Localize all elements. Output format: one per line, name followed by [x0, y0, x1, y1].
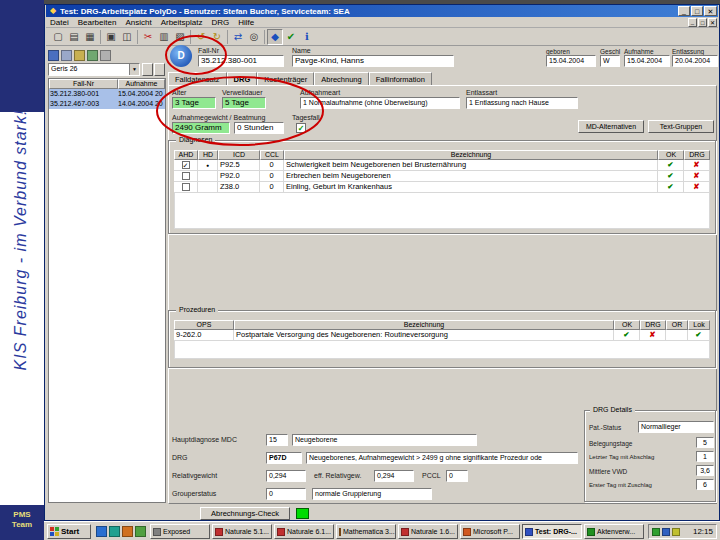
belegungstage-field[interactable]: 5 [696, 437, 714, 448]
info-icon[interactable]: ℹ [299, 29, 315, 45]
tagesfall-checkbox[interactable]: ✓ [296, 123, 306, 133]
abrechnungs-check-button[interactable]: Abrechnungs-Check [200, 507, 290, 520]
menu-hilfe[interactable]: Hilfe [238, 18, 254, 27]
diagnosen-col-drg[interactable]: DRG [684, 150, 710, 160]
tab-drg[interactable]: DRG [227, 72, 258, 86]
chevron-down-icon[interactable]: ▼ [129, 64, 139, 75]
tray-icon-1[interactable] [652, 528, 660, 536]
mdc-text-field[interactable]: Neugeborene [292, 434, 477, 446]
case-list-row[interactable]: 35.212.380-001 15.04.2004 20 [49, 89, 165, 99]
patient-icon[interactable]: D [170, 45, 192, 67]
grouperstatus-code-field[interactable]: 0 [266, 488, 306, 500]
verweildauer-field[interactable]: 5 Tage [222, 97, 266, 109]
quicklaunch-icon-4[interactable] [135, 526, 146, 537]
geschl-field[interactable]: W [600, 55, 620, 67]
close-button[interactable]: ✕ [704, 6, 717, 16]
prozeduren-col-bezeichnung[interactable]: Bezeichnung [234, 320, 614, 330]
tab-abrechnung[interactable]: Abrechnung [314, 72, 368, 86]
aufnahme-field[interactable]: 15.04.2004 [624, 55, 670, 67]
nav-tool-icon-4[interactable] [87, 50, 98, 61]
diagnosen-col-ccl[interactable]: CCL [260, 150, 284, 160]
print-icon[interactable]: ▣ [103, 29, 119, 45]
geboren-field[interactable]: 15.04.2004 [546, 55, 596, 67]
taskbar-item[interactable]: Naturale 1.6... [398, 524, 458, 539]
tab-fallinformation[interactable]: Fallinformation [369, 72, 432, 86]
md-alternativen-button[interactable]: MD-Alternativen [578, 120, 644, 133]
mdi-minimize-button[interactable]: _ [688, 18, 697, 27]
quicklaunch-icon-2[interactable] [109, 526, 120, 537]
case-list-row[interactable]: 35.212.467-003 14.04.2004 20 [49, 99, 165, 109]
tray-icon-3[interactable] [672, 528, 680, 536]
search-icon[interactable]: ◎ [246, 29, 262, 45]
case-nav-button-1[interactable] [142, 63, 153, 76]
diagnosen-col-hd[interactable]: HD [198, 150, 218, 160]
mdc-code-field[interactable]: 15 [266, 434, 288, 446]
case-list-col-fallnr[interactable]: Fall-Nr [49, 79, 118, 89]
diagnosen-col-bezeichnung[interactable]: Bezeichnung [284, 150, 658, 160]
name-field[interactable]: Pavge-Kind, Hanns [292, 55, 454, 67]
zuschlag-field[interactable]: 6 [696, 479, 714, 490]
new-icon[interactable]: ▢ [50, 29, 66, 45]
tab-kostentraeger[interactable]: Kostenträger [257, 72, 314, 86]
taskbar-item[interactable]: Mathematica 3... [336, 524, 396, 539]
diagnosen-col-ok[interactable]: OK [658, 150, 684, 160]
diagnosen-col-ahd[interactable]: AHD [174, 150, 198, 160]
menu-ansicht[interactable]: Ansicht [125, 18, 151, 27]
diagnose-row[interactable]: Z38.0 0 Einling, Geburt im Krankenhaus ✔… [174, 182, 710, 193]
gewicht-field[interactable]: 2490 Gramm [172, 122, 230, 134]
case-nav-button-2[interactable] [154, 63, 165, 76]
diagnose-row[interactable]: P92.0 0 Erbrechen beim Neugeborenen ✔ ✘ [174, 171, 710, 182]
maximize-button[interactable]: □ [691, 6, 703, 16]
taskbar-item[interactable]: Naturale 6.1... [274, 524, 334, 539]
prozeduren-col-lok[interactable]: Lok [688, 320, 710, 330]
diagnosen-col-icd[interactable]: ICD [218, 150, 260, 160]
grouperstatus-text-field[interactable]: normale Gruppierung [312, 488, 432, 500]
menu-bearbeiten[interactable]: Bearbeiten [78, 18, 117, 27]
undo-icon[interactable]: ↺ [193, 29, 209, 45]
diagnose-row[interactable]: ✓ ● P92.5 0 Schwierigkeit beim Neugebore… [174, 160, 710, 171]
taskbar-item[interactable]: Aktenverw... [584, 524, 644, 539]
eff-relativgewicht-field[interactable]: 0,294 [374, 470, 414, 482]
minimize-button[interactable]: _ [678, 6, 690, 16]
aufnahmeart-field[interactable]: 1 Normalaufnahme (ohne Überweisung) [300, 97, 460, 109]
ward-combobox[interactable]: Geris 26 ▼ [48, 63, 140, 76]
grouper-icon[interactable]: ◆ [267, 29, 283, 45]
text-gruppen-button[interactable]: Text-Gruppen [648, 120, 714, 133]
taskbar-item-active[interactable]: Test: DRG-... [522, 524, 582, 539]
nav-tool-icon-2[interactable] [61, 50, 72, 61]
entlassart-field[interactable]: 1 Entlassung nach Hause [466, 97, 578, 109]
start-button[interactable]: Start [47, 524, 91, 539]
print-preview-icon[interactable]: ◫ [119, 29, 135, 45]
prozedur-row[interactable]: 9-262.0 Postpartale Versorgung des Neuge… [174, 330, 710, 341]
cut-icon[interactable]: ✂ [140, 29, 156, 45]
check-tool-icon[interactable]: ✔ [283, 29, 299, 45]
case-list-col-aufnahme[interactable]: Aufnahme [118, 79, 165, 89]
menu-datei[interactable]: Datei [50, 18, 69, 27]
copy-icon[interactable]: ▥ [156, 29, 172, 45]
refresh-icon[interactable]: ⇄ [230, 29, 246, 45]
tray-icon-2[interactable] [662, 528, 670, 536]
nav-tool-icon-3[interactable] [74, 50, 85, 61]
mittlere-vwd-field[interactable]: 3,6 [696, 465, 714, 476]
taskbar-item[interactable]: Microsoft P... [460, 524, 520, 539]
prozeduren-col-drg[interactable]: DRG [640, 320, 666, 330]
drg-code-field[interactable]: P67D [266, 452, 302, 464]
mdi-close-button[interactable]: ✕ [708, 18, 717, 27]
title-bar[interactable]: ◆ Test: DRG-Arbeitsplatz PolyDo - Benutz… [46, 5, 718, 17]
quicklaunch-icon-1[interactable] [96, 526, 107, 537]
open-icon[interactable]: ▤ [66, 29, 82, 45]
fallnr-field[interactable]: 35.212.380-001 [198, 55, 284, 67]
prozeduren-col-ops[interactable]: OPS [174, 320, 234, 330]
save-icon[interactable]: ▦ [82, 29, 98, 45]
beatmung-field[interactable]: 0 Stunden [234, 122, 284, 134]
clock[interactable]: 12:15 [693, 527, 713, 536]
prozeduren-col-or[interactable]: OR [666, 320, 688, 330]
taskbar-item[interactable]: Naturale 5.1... [212, 524, 272, 539]
ahd-checkbox[interactable] [182, 183, 190, 191]
prozeduren-col-ok[interactable]: OK [614, 320, 640, 330]
ahd-checkbox[interactable] [182, 172, 190, 180]
ahd-checkbox[interactable]: ✓ [182, 161, 190, 169]
entlassung-field[interactable]: 20.04.2004 [672, 55, 718, 67]
drg-text-field[interactable]: Neugeborenes, Aufnahmegewicht > 2499 g o… [306, 452, 578, 464]
quicklaunch-icon-3[interactable] [122, 526, 133, 537]
